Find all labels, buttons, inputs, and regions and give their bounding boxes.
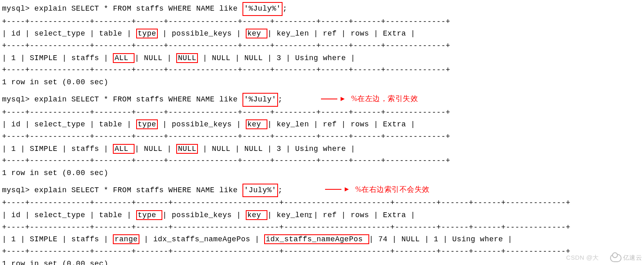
type-value-box: ALL <box>113 53 135 63</box>
table-sep: +----+-------------+--------+------+----… <box>2 40 642 52</box>
type-header-box: type <box>136 29 158 38</box>
table-data-row: | 1 | SIMPLE | staffs | range | idx_staf… <box>2 234 642 246</box>
row-footer: 1 row in set (0.00 sec) <box>2 258 642 265</box>
sql-line-2: mysql> explain SELECT * FROM staffs WHER… <box>2 93 642 107</box>
annotation-text: %在右边索引不会失效 <box>355 184 430 196</box>
key-value-box: NULL <box>176 144 198 154</box>
sql-text: explain SELECT * FROM staffs WHERE NAME … <box>30 186 242 194</box>
key-value-box: NULL <box>176 53 198 63</box>
sql-terminator: ; <box>283 4 287 13</box>
watermark-yisu: 亿速云 <box>610 253 642 263</box>
annotation-text: %在左边，索引失效 <box>351 93 418 105</box>
sql-line-3: mysql> explain SELECT * FROM staffs WHER… <box>2 184 642 198</box>
sql-text: explain SELECT * FROM staffs WHERE NAME … <box>30 4 242 13</box>
annotation-left-percent: %在左边，索引失效 <box>321 93 418 105</box>
cloud-icon <box>610 254 622 262</box>
annotation-right-percent: %在右边索引不会失效 <box>325 184 430 196</box>
watermark-csdn: CSDN @大 <box>566 253 599 263</box>
key-value-box: idx_staffs_nameAgePos <box>264 234 369 244</box>
like-pattern-box: '%July%' <box>242 2 283 16</box>
arrow-head-icon <box>345 187 349 191</box>
mysql-prompt: mysql> <box>2 4 30 13</box>
mysql-prompt: mysql> <box>2 186 30 194</box>
like-pattern-box: 'July%' <box>242 184 278 198</box>
table-sep: +----+-------------+--------+------+----… <box>2 16 642 28</box>
text-cursor-icon: ⌶ <box>308 211 312 221</box>
query-block-2: mysql> explain SELECT * FROM staffs WHER… <box>2 93 642 180</box>
row-footer: 1 row in set (0.00 sec) <box>2 167 642 180</box>
arrow-line-icon <box>325 189 341 190</box>
sql-line-1: mysql> explain SELECT * FROM staffs WHER… <box>2 2 642 16</box>
like-pattern-box: '%July' <box>242 93 278 107</box>
watermark-yisu-text: 亿速云 <box>623 253 642 263</box>
table-sep: +----+-------------+--------+-------+---… <box>2 222 642 234</box>
table-sep: +----+-------------+--------+------+----… <box>2 107 642 119</box>
type-header-box: type <box>136 119 158 129</box>
key-header-box: key <box>246 29 267 38</box>
type-header-box: type <box>136 210 163 220</box>
query-block-1: mysql> explain SELECT * FROM staffs WHER… <box>2 2 642 89</box>
table-sep: +----+-------------+--------+-------+---… <box>2 197 642 209</box>
arrow-line-icon <box>321 99 337 99</box>
sql-terminator: ; <box>278 186 283 194</box>
query-block-3: mysql> explain SELECT * FROM staffs WHER… <box>2 184 642 265</box>
table-data-row: | 1 | SIMPLE | staffs | ALL | NULL | NUL… <box>2 52 642 65</box>
key-header-box: key <box>246 119 267 129</box>
sql-terminator: ; <box>278 95 283 103</box>
sql-text: explain SELECT * FROM staffs WHERE NAME … <box>30 95 242 103</box>
type-value-box: range <box>113 234 139 244</box>
table-header-row: | id | select_type | table | type | poss… <box>2 119 642 131</box>
table-sep: +----+-------------+--------+-------+---… <box>2 246 642 258</box>
type-value-box: ALL <box>113 144 135 154</box>
mysql-prompt: mysql> <box>2 95 30 103</box>
table-sep: +----+-------------+--------+------+----… <box>2 131 642 143</box>
key-header-box: key <box>246 210 267 220</box>
table-header-row: | id | select_type | table | type | poss… <box>2 209 642 222</box>
table-data-row: | 1 | SIMPLE | staffs | ALL | NULL | NUL… <box>2 143 642 155</box>
arrow-head-icon <box>341 97 345 101</box>
row-footer: 1 row in set (0.00 sec) <box>2 76 642 89</box>
table-sep: +----+-------------+--------+------+----… <box>2 155 642 167</box>
table-header-row: | id | select_type | table | type | poss… <box>2 28 642 40</box>
table-sep: +----+-------------+--------+------+----… <box>2 64 642 76</box>
